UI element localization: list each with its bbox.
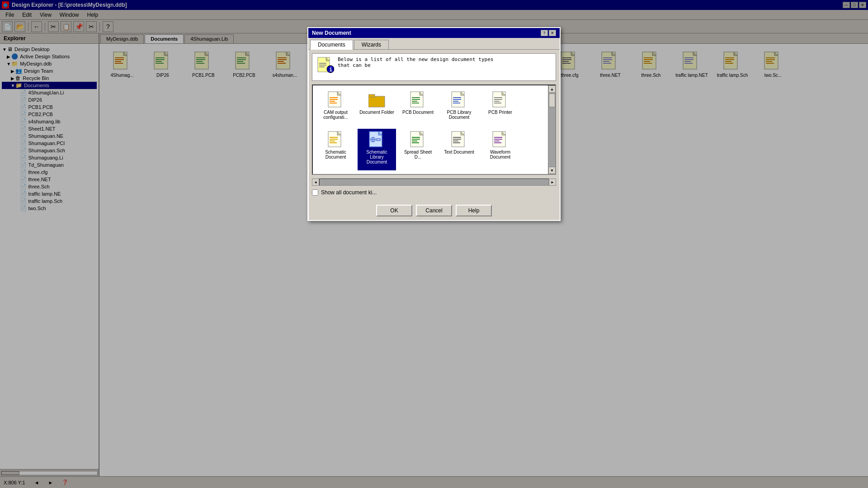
checkbox-label: Show all document ki... bbox=[321, 189, 377, 196]
dialog-buttons: OK Cancel Help bbox=[308, 203, 560, 220]
svg-rect-133 bbox=[494, 101, 500, 102]
desc-icon: i bbox=[316, 56, 334, 78]
h-scroll-right[interactable]: ► bbox=[549, 178, 556, 186]
svg-rect-138 bbox=[330, 139, 338, 140]
dialog-tabs: Documents Wizards bbox=[308, 38, 560, 50]
dialog-close-btn[interactable]: ✕ bbox=[549, 30, 556, 36]
dialog-icon-label-spread-sheet: Spread Sheet D... bbox=[401, 150, 435, 160]
help-button[interactable]: Help bbox=[456, 205, 492, 216]
svg-text:i: i bbox=[329, 66, 332, 73]
dialog-icons-scroll: CAM output configurati... Document Folde… bbox=[313, 85, 555, 174]
dialog-icon-pcb-printer[interactable]: PCB Printer bbox=[481, 89, 519, 126]
dialog-icon-img-pcb-lib-doc bbox=[450, 91, 468, 109]
dialog-icons-area: CAM output configurati... Document Folde… bbox=[312, 84, 556, 175]
svg-rect-140 bbox=[330, 142, 337, 143]
dialog-icon-label-schematic-doc: Schematic Document bbox=[318, 150, 353, 160]
svg-rect-139 bbox=[330, 141, 335, 141]
new-document-dialog: New Document ? ✕ Documents Wizards bbox=[307, 27, 561, 221]
dialog-description: i Below is a list of all the new design … bbox=[312, 53, 556, 81]
dialog-icon-img-pcb-doc bbox=[409, 91, 427, 109]
dialog-icon-img-schematic-lib bbox=[368, 131, 386, 149]
svg-rect-152 bbox=[412, 142, 419, 143]
svg-rect-127 bbox=[453, 101, 458, 102]
dialog-icon-label-pcb-lib-doc: PCB Library Document bbox=[442, 110, 476, 120]
dialog-icon-label-schematic-lib: Schematic Library Document bbox=[359, 150, 394, 164]
dialog-icon-doc-folder[interactable]: Document Folder bbox=[358, 89, 396, 126]
svg-rect-158 bbox=[453, 142, 460, 143]
svg-rect-113 bbox=[330, 101, 335, 102]
dialog-icon-label-doc-folder: Document Folder bbox=[359, 110, 394, 115]
svg-rect-156 bbox=[453, 139, 461, 140]
dialog-icon-schematic-doc[interactable]: Schematic Document bbox=[316, 129, 355, 171]
dialog-icon-img-pcb-printer bbox=[491, 91, 509, 109]
dialog-h-scrollbar: ◄ ► bbox=[312, 178, 556, 186]
dialog-help-icon-btn[interactable]: ? bbox=[541, 30, 548, 36]
svg-rect-126 bbox=[453, 99, 461, 100]
svg-rect-106 bbox=[319, 66, 325, 67]
scroll-down-btn[interactable]: ▼ bbox=[548, 167, 556, 174]
svg-rect-112 bbox=[330, 99, 338, 100]
svg-rect-164 bbox=[494, 142, 501, 143]
ok-button[interactable]: OK bbox=[376, 205, 412, 216]
dialog-tab-documents[interactable]: Documents bbox=[310, 40, 353, 50]
dialog-title-buttons: ? ✕ bbox=[541, 30, 556, 36]
scrollbar-thumb[interactable] bbox=[549, 94, 555, 107]
svg-rect-151 bbox=[412, 141, 417, 141]
svg-rect-134 bbox=[494, 103, 501, 103]
dialog-icon-cam-output[interactable]: CAM output configurati... bbox=[316, 89, 355, 126]
svg-rect-157 bbox=[453, 141, 458, 141]
svg-rect-131 bbox=[494, 97, 502, 98]
dialog-icon-img-cam-output bbox=[327, 91, 345, 109]
dialog-icon-schematic-lib[interactable]: Schematic Library Document bbox=[358, 129, 396, 171]
svg-rect-120 bbox=[412, 99, 420, 100]
svg-rect-149 bbox=[412, 137, 420, 138]
h-scroll-track bbox=[319, 178, 549, 186]
dialog-icon-label-cam-output: CAM output configurati... bbox=[318, 110, 353, 120]
svg-rect-155 bbox=[453, 137, 461, 138]
dialog-icon-img-spread-sheet bbox=[409, 131, 427, 149]
dialog-icon-label-text-doc: Text Document bbox=[444, 150, 474, 155]
dialog-title-bar: New Document ? ✕ bbox=[308, 28, 560, 38]
svg-rect-150 bbox=[412, 139, 420, 140]
dialog-icon-img-schematic-doc bbox=[327, 131, 345, 149]
dialog-icon-text-doc[interactable]: Text Document bbox=[440, 129, 478, 171]
svg-rect-125 bbox=[453, 97, 461, 98]
show-all-checkbox[interactable] bbox=[312, 189, 318, 196]
h-scroll-left[interactable]: ◄ bbox=[312, 178, 319, 186]
checkbox-row: Show all document ki... bbox=[312, 189, 556, 196]
svg-rect-116 bbox=[368, 94, 375, 97]
svg-rect-137 bbox=[330, 137, 338, 138]
svg-rect-163 bbox=[494, 141, 500, 141]
svg-rect-162 bbox=[494, 139, 502, 140]
dialog-icon-pcb-doc[interactable]: PCB Document bbox=[399, 89, 437, 126]
scrollbar-track bbox=[548, 93, 555, 167]
dialog-icon-spread-sheet[interactable]: Spread Sheet D... bbox=[399, 129, 437, 171]
dialog-description-text: Below is a list of all the new design do… bbox=[338, 56, 493, 68]
dialog-icon-img-waveform-doc bbox=[491, 131, 509, 149]
dialog-tab-wizards[interactable]: Wizards bbox=[354, 40, 389, 49]
svg-rect-115 bbox=[368, 96, 385, 107]
modal-overlay: New Document ? ✕ Documents Wizards bbox=[0, 0, 868, 488]
dialog-icon-label-waveform-doc: Waveform Document bbox=[483, 150, 518, 160]
svg-rect-111 bbox=[330, 97, 338, 98]
dialog-icon-label-pcb-doc: PCB Document bbox=[402, 110, 434, 115]
dialog-icon-img-text-doc bbox=[450, 131, 468, 149]
svg-rect-119 bbox=[412, 97, 420, 98]
svg-rect-128 bbox=[453, 103, 460, 103]
svg-rect-114 bbox=[330, 103, 337, 103]
dialog-scrollbar[interactable]: ▲ ▼ bbox=[548, 85, 555, 174]
dialog-icon-label-pcb-printer: PCB Printer bbox=[488, 110, 512, 115]
svg-rect-104 bbox=[319, 63, 326, 64]
svg-rect-105 bbox=[319, 65, 326, 66]
dialog-icon-waveform-doc[interactable]: Waveform Document bbox=[481, 129, 519, 171]
svg-rect-161 bbox=[494, 137, 502, 138]
dialog-body: i Below is a list of all the new design … bbox=[308, 50, 560, 203]
dialog-title: New Document bbox=[312, 30, 351, 36]
dialog-icon-img-doc-folder bbox=[368, 91, 386, 109]
scroll-up-btn[interactable]: ▲ bbox=[548, 85, 556, 93]
cancel-button[interactable]: Cancel bbox=[416, 205, 452, 216]
svg-rect-122 bbox=[412, 103, 419, 103]
svg-rect-121 bbox=[412, 101, 417, 102]
dialog-icon-pcb-lib-doc[interactable]: PCB Library Document bbox=[440, 89, 478, 126]
svg-rect-132 bbox=[494, 99, 502, 100]
